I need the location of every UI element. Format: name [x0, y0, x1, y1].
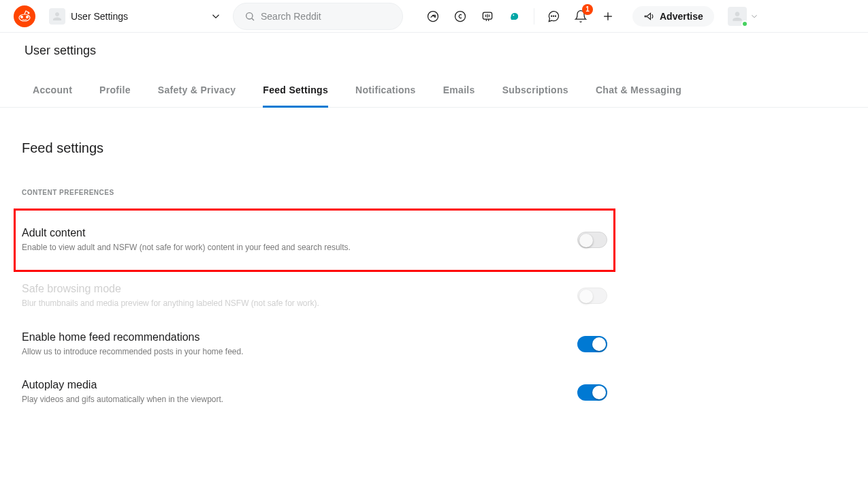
tab-safety-privacy[interactable]: Safety & Privacy	[158, 74, 236, 107]
toggle-safe-browsing	[577, 288, 607, 304]
setting-home-feed-recs: Enable home feed recommendations Allow u…	[22, 320, 607, 369]
svg-point-1	[26, 16, 29, 18]
megaphone-icon	[643, 10, 656, 22]
create-post-icon[interactable]	[597, 5, 619, 27]
tab-subscriptions[interactable]: Subscriptions	[502, 74, 568, 107]
svg-point-4	[246, 12, 253, 18]
chat-icon[interactable]	[543, 5, 564, 27]
toggle-autoplay[interactable]	[577, 384, 607, 401]
svg-point-12	[513, 14, 514, 16]
setting-title: Safe browsing mode	[22, 283, 550, 295]
setting-adult-content: Adult content Enable to view adult and N…	[22, 216, 607, 264]
tab-feed-settings[interactable]: Feed Settings	[263, 74, 328, 108]
svg-point-14	[553, 16, 553, 16]
category-label: CONTENT PREFERENCES	[22, 189, 607, 196]
chevron-down-icon	[210, 10, 222, 22]
notification-badge: 1	[582, 4, 593, 15]
svg-point-6	[428, 11, 438, 21]
setting-desc: Allow us to introduce recommended posts …	[22, 346, 550, 358]
app-header: User Settings 1 Advertise	[0, 0, 868, 33]
notifications-icon[interactable]: 1	[570, 5, 592, 27]
coin-icon[interactable]	[449, 5, 471, 27]
setting-desc: Enable to view adult and NSFW (not safe …	[22, 242, 550, 253]
svg-point-13	[551, 16, 552, 16]
tab-notifications[interactable]: Notifications	[355, 74, 416, 107]
advertise-label: Advertise	[660, 11, 703, 22]
tab-account[interactable]: Account	[33, 74, 72, 107]
section-title: Feed settings	[22, 140, 607, 156]
svg-line-5	[252, 18, 254, 20]
search-input[interactable]	[261, 11, 391, 22]
tab-profile[interactable]: Profile	[99, 74, 131, 107]
advertise-button[interactable]: Advertise	[632, 6, 714, 27]
settings-tabs: Account Profile Safety & Privacy Feed Se…	[0, 74, 868, 108]
header-icons: 1 Advertise	[422, 5, 759, 27]
content-area: User settings Account Profile Safety & P…	[0, 33, 868, 416]
setting-safe-browsing: Safe browsing mode Blur thumbnails and m…	[22, 272, 607, 320]
chevron-down-icon	[750, 12, 759, 21]
divider	[534, 8, 534, 25]
feed-settings-section: Feed settings CONTENT PREFERENCES Adult …	[22, 108, 607, 416]
setting-desc: Play videos and gifs automatically when …	[22, 394, 550, 405]
tab-emails[interactable]: Emails	[443, 74, 475, 107]
page-heading: User settings	[25, 44, 846, 58]
reddit-logo[interactable]	[14, 5, 35, 27]
search-icon	[244, 10, 255, 22]
highlight-box: Adult content Enable to view adult and N…	[14, 209, 615, 272]
setting-title: Autoplay media	[22, 379, 550, 391]
setting-title: Adult content	[22, 227, 550, 239]
toggle-home-feed-recs[interactable]	[577, 336, 607, 352]
user-dropdown[interactable]: User Settings	[44, 5, 227, 27]
svg-point-0	[20, 16, 23, 18]
setting-desc: Blur thumbnails and media preview for an…	[22, 298, 550, 309]
profile-dropdown[interactable]	[728, 7, 759, 26]
user-avatar-icon	[49, 8, 65, 25]
online-indicator	[741, 20, 748, 27]
svg-point-15	[555, 16, 556, 16]
user-dropdown-label: User Settings	[71, 11, 204, 22]
mascot-icon[interactable]	[504, 5, 526, 27]
profile-avatar	[728, 7, 747, 26]
talk-icon[interactable]	[477, 5, 498, 27]
setting-title: Enable home feed recommendations	[22, 331, 550, 343]
toggle-adult-content[interactable]	[577, 232, 607, 248]
svg-point-7	[455, 11, 466, 21]
setting-autoplay: Autoplay media Play videos and gifs auto…	[22, 368, 607, 416]
tab-chat-messaging[interactable]: Chat & Messaging	[596, 74, 681, 107]
search-bar[interactable]	[233, 3, 403, 30]
popular-icon[interactable]	[422, 5, 444, 27]
